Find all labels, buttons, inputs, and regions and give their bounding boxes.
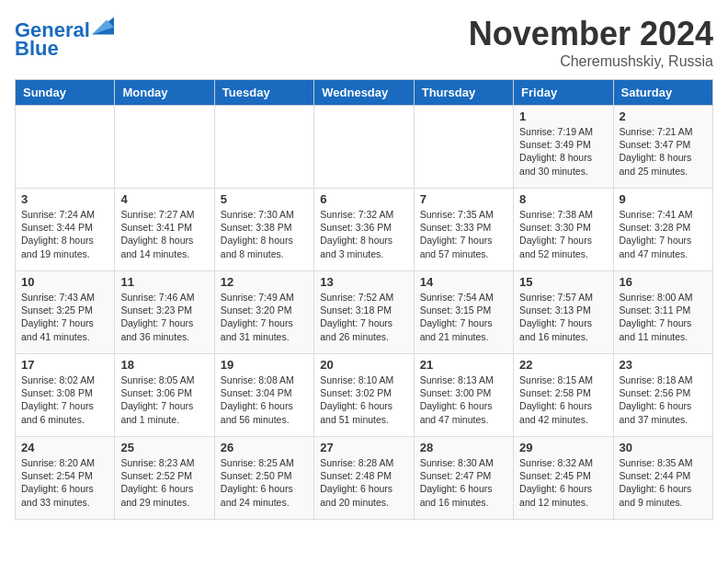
day-number: 30 (620, 441, 707, 454)
day-info: Sunrise: 8:23 AM Sunset: 2:52 PM Dayligh… (120, 456, 208, 509)
header-saturday: Saturday (613, 80, 712, 106)
day-info: Sunrise: 8:30 AM Sunset: 2:47 PM Dayligh… (420, 456, 507, 509)
table-row: 19Sunrise: 8:08 AM Sunset: 3:04 PM Dayli… (214, 354, 313, 437)
table-row: 22Sunrise: 8:15 AM Sunset: 2:58 PM Dayli… (514, 354, 613, 437)
table-row: 11Sunrise: 7:46 AM Sunset: 3:23 PM Dayli… (115, 271, 214, 354)
title-block: November 2024 Cheremushskiy, Russia (469, 15, 713, 70)
table-row: 27Sunrise: 8:28 AM Sunset: 2:48 PM Dayli… (314, 437, 414, 520)
day-info: Sunrise: 8:02 AM Sunset: 3:08 PM Dayligh… (21, 373, 108, 426)
calendar-table: Sunday Monday Tuesday Wednesday Thursday… (15, 79, 713, 520)
day-info: Sunrise: 7:57 AM Sunset: 3:13 PM Dayligh… (519, 291, 607, 343)
header-tuesday: Tuesday (214, 80, 313, 106)
day-number: 27 (320, 441, 407, 454)
calendar-header: Sunday Monday Tuesday Wednesday Thursday… (16, 80, 713, 106)
day-number: 4 (120, 192, 208, 206)
day-info: Sunrise: 7:21 AM Sunset: 3:47 PM Dayligh… (620, 125, 707, 178)
day-number: 14 (420, 275, 507, 289)
table-row (314, 106, 414, 189)
day-info: Sunrise: 8:08 AM Sunset: 3:04 PM Dayligh… (221, 373, 308, 426)
day-number: 25 (120, 441, 208, 454)
day-number: 5 (221, 192, 308, 206)
day-number: 12 (221, 275, 308, 289)
day-info: Sunrise: 7:46 AM Sunset: 3:23 PM Dayligh… (120, 291, 208, 343)
table-row: 17Sunrise: 8:02 AM Sunset: 3:08 PM Dayli… (16, 354, 115, 437)
day-number: 16 (620, 275, 707, 289)
day-number: 11 (120, 275, 208, 289)
table-row: 1Sunrise: 7:19 AM Sunset: 3:49 PM Daylig… (514, 106, 613, 189)
day-info: Sunrise: 7:43 AM Sunset: 3:25 PM Dayligh… (21, 291, 108, 343)
day-info: Sunrise: 7:35 AM Sunset: 3:33 PM Dayligh… (420, 208, 507, 260)
calendar-body: 1Sunrise: 7:19 AM Sunset: 3:49 PM Daylig… (16, 106, 713, 520)
day-info: Sunrise: 7:54 AM Sunset: 3:15 PM Dayligh… (420, 291, 507, 343)
header-monday: Monday (115, 80, 214, 106)
day-info: Sunrise: 7:24 AM Sunset: 3:44 PM Dayligh… (21, 208, 108, 260)
day-info: Sunrise: 7:27 AM Sunset: 3:41 PM Dayligh… (120, 208, 208, 260)
day-info: Sunrise: 7:52 AM Sunset: 3:18 PM Dayligh… (320, 291, 407, 343)
day-info: Sunrise: 7:38 AM Sunset: 3:30 PM Dayligh… (519, 208, 607, 260)
table-row: 18Sunrise: 8:05 AM Sunset: 3:06 PM Dayli… (115, 354, 214, 437)
day-info: Sunrise: 8:18 AM Sunset: 2:56 PM Dayligh… (620, 373, 707, 426)
title-location: Cheremushskiy, Russia (469, 53, 713, 70)
day-info: Sunrise: 7:30 AM Sunset: 3:38 PM Dayligh… (221, 208, 308, 260)
table-row: 24Sunrise: 8:20 AM Sunset: 2:54 PM Dayli… (16, 437, 115, 520)
day-number: 19 (221, 358, 308, 372)
day-number: 9 (620, 192, 707, 206)
logo: General Blue (15, 15, 114, 60)
table-row: 30Sunrise: 8:35 AM Sunset: 2:44 PM Dayli… (613, 437, 712, 520)
table-row: 2Sunrise: 7:21 AM Sunset: 3:47 PM Daylig… (613, 106, 712, 189)
table-row (16, 106, 115, 189)
table-row (214, 106, 313, 189)
table-row: 9Sunrise: 7:41 AM Sunset: 3:28 PM Daylig… (613, 189, 712, 271)
page-header: General Blue November 2024 Cheremushskiy… (15, 15, 713, 70)
table-row: 16Sunrise: 8:00 AM Sunset: 3:11 PM Dayli… (613, 271, 712, 354)
day-number: 21 (420, 358, 507, 372)
day-info: Sunrise: 8:00 AM Sunset: 3:11 PM Dayligh… (620, 291, 707, 343)
table-row: 21Sunrise: 8:13 AM Sunset: 3:00 PM Dayli… (414, 354, 513, 437)
day-number: 20 (320, 358, 407, 372)
day-info: Sunrise: 8:15 AM Sunset: 2:58 PM Dayligh… (519, 373, 607, 426)
day-info: Sunrise: 8:28 AM Sunset: 2:48 PM Dayligh… (320, 456, 407, 509)
day-number: 7 (420, 192, 507, 206)
day-info: Sunrise: 8:05 AM Sunset: 3:06 PM Dayligh… (120, 373, 208, 426)
table-row: 29Sunrise: 8:32 AM Sunset: 2:45 PM Dayli… (514, 437, 613, 520)
table-row: 20Sunrise: 8:10 AM Sunset: 3:02 PM Dayli… (314, 354, 414, 437)
table-row: 15Sunrise: 7:57 AM Sunset: 3:13 PM Dayli… (514, 271, 613, 354)
logo-icon (92, 15, 114, 37)
day-info: Sunrise: 8:10 AM Sunset: 3:02 PM Dayligh… (320, 373, 407, 426)
table-row: 5Sunrise: 7:30 AM Sunset: 3:38 PM Daylig… (214, 189, 313, 271)
day-number: 8 (519, 192, 607, 206)
day-number: 15 (519, 275, 607, 289)
day-number: 10 (21, 275, 108, 289)
day-info: Sunrise: 8:35 AM Sunset: 2:44 PM Dayligh… (620, 456, 707, 509)
table-row: 10Sunrise: 7:43 AM Sunset: 3:25 PM Dayli… (16, 271, 115, 354)
table-row: 4Sunrise: 7:27 AM Sunset: 3:41 PM Daylig… (115, 189, 214, 271)
header-thursday: Thursday (414, 80, 513, 106)
header-friday: Friday (514, 80, 613, 106)
day-number: 26 (221, 441, 308, 454)
day-number: 13 (320, 275, 407, 289)
day-info: Sunrise: 7:19 AM Sunset: 3:49 PM Dayligh… (519, 125, 607, 178)
day-info: Sunrise: 7:32 AM Sunset: 3:36 PM Dayligh… (320, 208, 407, 260)
day-number: 3 (21, 192, 108, 206)
table-row: 23Sunrise: 8:18 AM Sunset: 2:56 PM Dayli… (613, 354, 712, 437)
table-row: 8Sunrise: 7:38 AM Sunset: 3:30 PM Daylig… (514, 189, 613, 271)
day-info: Sunrise: 8:13 AM Sunset: 3:00 PM Dayligh… (420, 373, 507, 426)
day-number: 17 (21, 358, 108, 372)
day-info: Sunrise: 7:41 AM Sunset: 3:28 PM Dayligh… (620, 208, 707, 260)
table-row: 25Sunrise: 8:23 AM Sunset: 2:52 PM Dayli… (115, 437, 214, 520)
day-number: 24 (21, 441, 108, 454)
day-info: Sunrise: 8:32 AM Sunset: 2:45 PM Dayligh… (519, 456, 607, 509)
table-row (414, 106, 513, 189)
table-row: 12Sunrise: 7:49 AM Sunset: 3:20 PM Dayli… (214, 271, 313, 354)
day-number: 2 (620, 109, 707, 123)
day-number: 28 (420, 441, 507, 454)
table-row: 13Sunrise: 7:52 AM Sunset: 3:18 PM Dayli… (314, 271, 414, 354)
day-info: Sunrise: 8:25 AM Sunset: 2:50 PM Dayligh… (221, 456, 308, 509)
table-row (115, 106, 214, 189)
day-info: Sunrise: 8:20 AM Sunset: 2:54 PM Dayligh… (21, 456, 108, 509)
day-number: 6 (320, 192, 407, 206)
day-number: 18 (120, 358, 208, 372)
table-row: 7Sunrise: 7:35 AM Sunset: 3:33 PM Daylig… (414, 189, 513, 271)
table-row: 14Sunrise: 7:54 AM Sunset: 3:15 PM Dayli… (414, 271, 513, 354)
header-wednesday: Wednesday (314, 80, 414, 106)
